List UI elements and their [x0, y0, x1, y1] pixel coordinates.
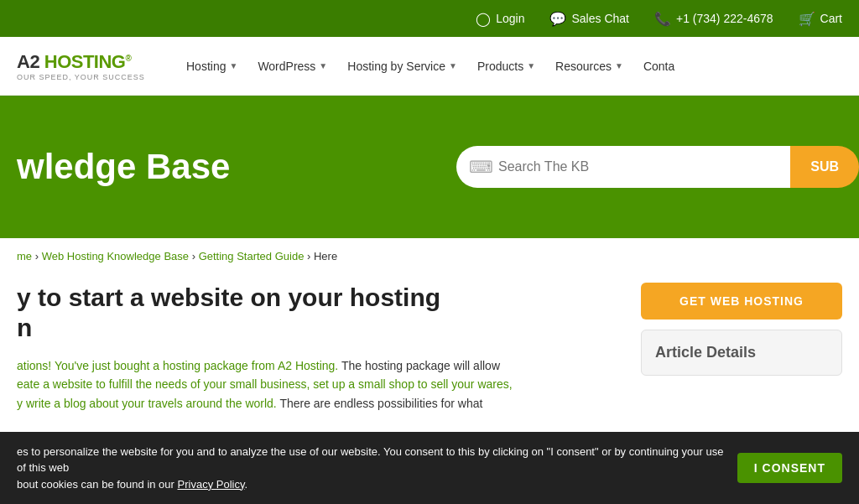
nav-contact[interactable]: Conta [633, 37, 685, 95]
main-content: y to start a website on your hostingn at… [0, 274, 859, 413]
search-area: ⌨ SUB [456, 146, 859, 188]
chevron-down-icon: ▼ [319, 61, 327, 70]
logo-name: A2 HOSTING® [17, 51, 151, 73]
nav-bar: A2 HOSTING® OUR SPEED, YOUR SUCCESS Host… [0, 37, 859, 96]
consent-button[interactable]: I CONSENT [737, 453, 842, 483]
article-text-4: y write a blog about your travels around… [17, 397, 277, 410]
cart-label: Cart [820, 12, 842, 25]
breadcrumb-guide[interactable]: Getting Started Guide [199, 250, 305, 262]
article-text-2: The hosting package will allow [341, 359, 500, 372]
chevron-down-icon: ▼ [527, 61, 535, 70]
user-icon: ◯ [476, 11, 491, 27]
article-details-box: Article Details [641, 330, 842, 376]
article-text-5: There are endless possibilities for what [279, 397, 482, 410]
chat-label: Sales Chat [571, 12, 628, 25]
article-body: ations! You've just bought a hosting pac… [17, 356, 624, 413]
breadcrumb: me › Web Hosting Knowledge Base › Gettin… [0, 238, 859, 274]
chevron-down-icon: ▼ [615, 61, 623, 70]
breadcrumb-current: Here [314, 250, 337, 262]
nav-resources[interactable]: Resources ▼ [545, 37, 633, 95]
article-title: y to start a website on your hostingn [17, 283, 624, 343]
privacy-policy-link[interactable]: Privacy Policy [178, 478, 245, 491]
cookie-text-secondary: bout cookies can be found in our [17, 478, 178, 491]
cookie-text: es to personalize the website for you an… [17, 444, 724, 493]
phone-link[interactable]: 📞 +1 (734) 222-4678 [654, 11, 773, 27]
article-content: y to start a website on your hostingn at… [17, 283, 624, 413]
get-hosting-button[interactable]: GET WEB HOSTING [641, 283, 842, 320]
article-text-1: ations! You've just bought a hosting pac… [17, 359, 338, 372]
cart-icon: 🛒 [799, 11, 815, 27]
logo-tagline: OUR SPEED, YOUR SUCCESS [17, 73, 151, 81]
breadcrumb-home[interactable]: me [17, 250, 32, 262]
sidebar: GET WEB HOSTING Article Details [641, 283, 842, 413]
search-icon: ⌨ [469, 157, 493, 177]
phone-icon: 📞 [654, 11, 671, 27]
nav-products[interactable]: Products ▼ [467, 37, 545, 95]
chevron-down-icon: ▼ [449, 61, 457, 70]
hero-section: wledge Base ⌨ SUB [0, 96, 859, 238]
breadcrumb-kb[interactable]: Web Hosting Knowledge Base [42, 250, 189, 262]
login-label: Login [496, 12, 524, 25]
chat-icon: 💬 [549, 11, 566, 27]
page-title: wledge Base [0, 147, 230, 187]
cookie-consent-bar: es to personalize the website for you an… [0, 432, 859, 505]
search-input[interactable] [456, 146, 790, 188]
top-bar: ◯ Login 💬 Sales Chat 📞 +1 (734) 222-4678… [0, 0, 859, 37]
article-text-3: eate a website to fulfill the needs of y… [17, 377, 513, 391]
chat-link[interactable]: 💬 Sales Chat [549, 11, 628, 27]
nav-wordpress[interactable]: WordPress ▼ [247, 37, 337, 95]
logo[interactable]: A2 HOSTING® OUR SPEED, YOUR SUCCESS [17, 51, 151, 81]
search-button[interactable]: SUB [790, 146, 859, 188]
nav-hosting-by-service[interactable]: Hosting by Service ▼ [337, 37, 467, 95]
login-link[interactable]: ◯ Login [476, 11, 524, 27]
chevron-down-icon: ▼ [229, 61, 237, 70]
article-details-title: Article Details [655, 344, 828, 361]
nav-hosting[interactable]: Hosting ▼ [176, 37, 247, 95]
phone-label: +1 (734) 222-4678 [676, 12, 773, 25]
cookie-text-main: es to personalize the website for you an… [17, 445, 723, 475]
cart-link[interactable]: 🛒 Cart [799, 11, 842, 27]
